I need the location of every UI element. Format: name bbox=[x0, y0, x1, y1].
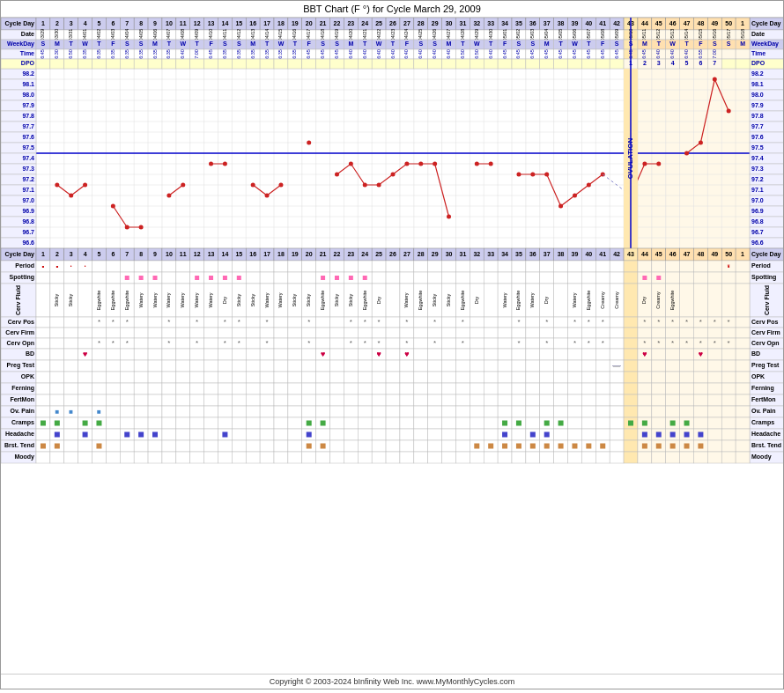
footer: Copyright © 2003-2024 bInfinity Web Inc.… bbox=[1, 674, 783, 689]
chart-title: BBT Chart (F °) for Cycle March 29, 2009 bbox=[1, 1, 783, 18]
bbt-chart-canvas bbox=[1, 18, 783, 674]
main-container: BBT Chart (F °) for Cycle March 29, 2009… bbox=[0, 0, 784, 689]
